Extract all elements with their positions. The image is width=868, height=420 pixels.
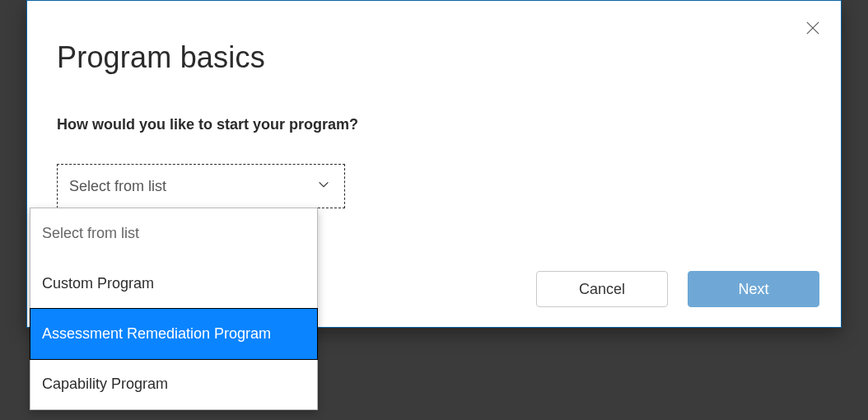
modal-footer: Cancel Next <box>536 271 819 307</box>
select-current-value: Select from list <box>69 178 166 195</box>
dropdown-option[interactable]: Custom Program <box>30 259 317 309</box>
next-button[interactable]: Next <box>688 271 819 307</box>
chevron-down-icon <box>316 177 331 195</box>
modal-question: How would you like to start your program… <box>57 116 358 133</box>
program-type-dropdown: Select from listCustom ProgramAssessment… <box>30 208 318 410</box>
dropdown-option[interactable]: Assessment Remediation Program <box>30 308 318 360</box>
modal-title: Program basics <box>57 40 265 75</box>
cancel-button[interactable]: Cancel <box>536 271 668 307</box>
close-icon <box>805 21 820 38</box>
program-type-select[interactable]: Select from list <box>57 164 345 208</box>
dropdown-option[interactable]: Capability Program <box>30 359 317 409</box>
close-button[interactable] <box>798 14 828 44</box>
dropdown-option[interactable]: Select from list <box>30 208 317 259</box>
